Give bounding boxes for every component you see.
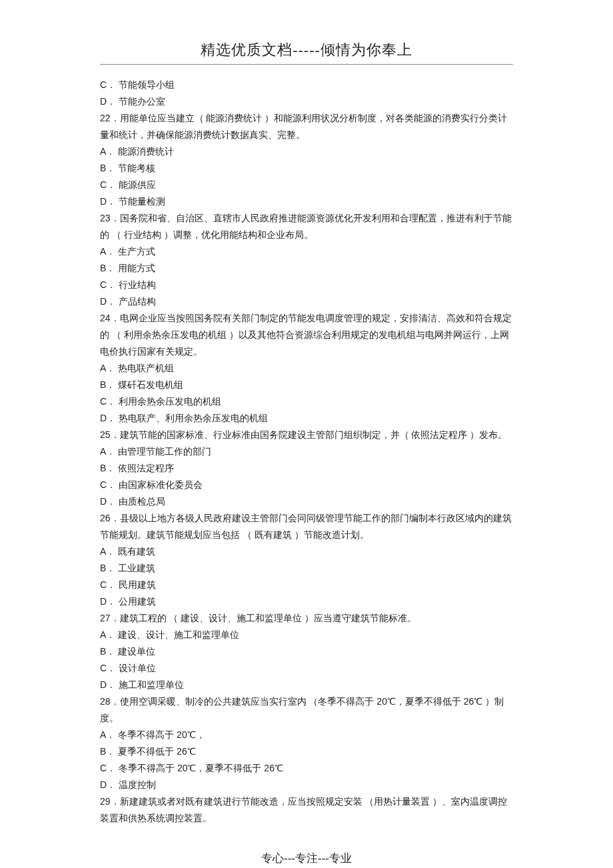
text-line: C． 行业结构 — [100, 277, 513, 293]
text-line: B． 依照法定程序 — [100, 460, 513, 477]
text-line: B． 夏季不得低于 26℃ — [100, 743, 513, 760]
text-line: 26．县级以上地方各级人民政府建设主管部门会同同级管理节能工作的部门编制本行政区… — [100, 510, 513, 543]
text-line: A． 热电联产机组 — [100, 360, 513, 377]
page-footer: 专心---专注---专业 — [100, 851, 513, 866]
text-line: D． 由质检总局 — [100, 493, 513, 510]
text-line: 25．建筑节能的国家标准、行业标准由国务院建设主管部门组织制定，并（ 依照法定程… — [100, 427, 513, 443]
page-header: 精选优质文档-----倾情为你奉上 — [100, 40, 513, 65]
text-line: 23．国务院和省、自治区、直辖市人民政府推进能源资源优化开发利用和合理配置，推进… — [100, 210, 513, 243]
text-line: B． 工业建筑 — [100, 560, 513, 577]
text-line: 29．新建建筑或者对既有建筑进行节能改造，应当按照规定安装 （用热计量装置 ）、… — [100, 793, 513, 827]
text-line: B． 建设单位 — [100, 643, 513, 660]
text-line: 28．使用空调采暖、制冷的公共建筑应当实行室内 （冬季不得高于 20℃，夏季不得… — [100, 693, 513, 727]
text-line: C． 冬季不得高于 20℃，夏季不得低于 26℃ — [100, 760, 513, 777]
text-line: C． 利用余热余压发电的机组 — [100, 393, 513, 410]
text-line: D． 施工和监理单位 — [100, 677, 513, 693]
text-line: 22．用能单位应当建立（ 能源消费统计 ）和能源利用状况分析制度，对各类能源的消… — [100, 110, 513, 143]
text-line: C． 设计单位 — [100, 660, 513, 677]
text-line: B． 节能考核 — [100, 160, 513, 177]
text-line: A． 生产方式 — [100, 243, 513, 260]
text-line: B． 用能方式 — [100, 260, 513, 277]
text-line: A． 既有建筑 — [100, 543, 513, 560]
document-content: C． 节能领导小组D． 节能办公室22．用能单位应当建立（ 能源消费统计 ）和能… — [100, 77, 513, 827]
text-line: B． 煤矸石发电机组 — [100, 377, 513, 393]
text-line: C． 节能领导小组 — [100, 77, 513, 93]
text-line: 27．建筑工程的 （ 建设、设计、施工和监理单位 ）应当遵守建筑节能标准。 — [100, 610, 513, 627]
text-line: C． 由国家标准化委员会 — [100, 477, 513, 493]
text-line: D． 产品结构 — [100, 293, 513, 310]
text-line: A． 能源消费统计 — [100, 143, 513, 160]
text-line: A． 建设、设计、施工和监理单位 — [100, 627, 513, 643]
text-line: D． 节能量检测 — [100, 193, 513, 210]
text-line: A． 冬季不得高于 20℃， — [100, 727, 513, 743]
document-page: 精选优质文档-----倾情为你奉上 C． 节能领导小组D． 节能办公室22．用能… — [0, 0, 613, 868]
text-line: A． 由管理节能工作的部门 — [100, 443, 513, 460]
text-line: D． 公用建筑 — [100, 593, 513, 610]
text-line: C． 民用建筑 — [100, 577, 513, 593]
text-line: D． 热电联产、利用余热余压发电的机组 — [100, 410, 513, 427]
text-line: D． 节能办公室 — [100, 93, 513, 110]
text-line: D． 温度控制 — [100, 777, 513, 793]
text-line: C． 能源供应 — [100, 177, 513, 193]
text-line: 24．电网企业应当按照国务院有关部门制定的节能发电调度管理的规定，安排清洁、高效… — [100, 310, 513, 360]
